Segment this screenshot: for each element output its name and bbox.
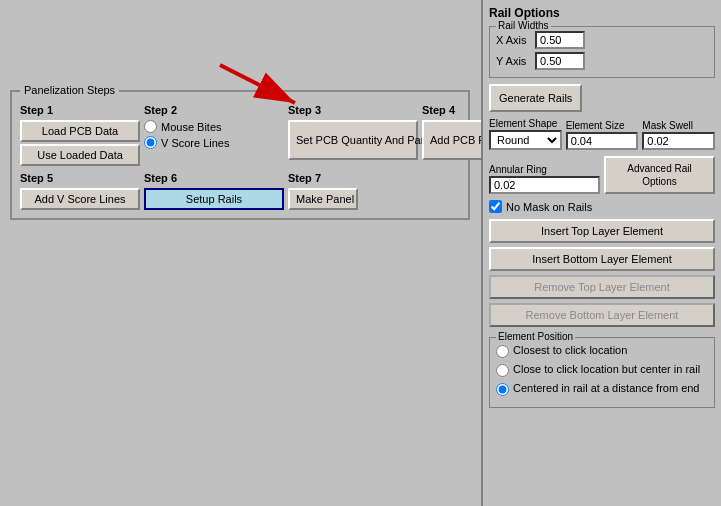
step2-label: Step 2 (144, 104, 284, 116)
set-pcb-quantity-button[interactable]: Set PCB Quantity And Panel Size (288, 120, 418, 160)
no-mask-row: No Mask on Rails (489, 200, 715, 213)
use-loaded-data-button[interactable]: Use Loaded Data (20, 144, 140, 166)
step2-radio-group: Mouse Bites V Score Lines (144, 120, 284, 149)
step6-col: Step 6 Setup Rails (144, 172, 284, 210)
pos-option-1: Closest to click location (496, 344, 708, 358)
advanced-rail-options-button[interactable]: Advanced Rail Options (604, 156, 715, 194)
pos-label-2: Close to click location but center in ra… (513, 363, 700, 375)
pos-label-1: Closest to click location (513, 344, 627, 356)
load-pcb-data-button[interactable]: Load PCB Data (20, 120, 140, 142)
annular-ring-label: Annular Ring (489, 164, 600, 175)
step6-label: Step 6 (144, 172, 284, 184)
mask-swell-col: Mask Swell (642, 120, 715, 150)
step1-col: Step 1 Load PCB Data Use Loaded Data (20, 104, 140, 166)
pos-label-3: Centered in rail at a distance from end (513, 382, 700, 394)
element-shape-label: Element Shape (489, 118, 562, 129)
y-axis-label: Y Axis (496, 55, 531, 67)
x-axis-row: X Axis (496, 31, 708, 49)
element-size-label: Element Size (566, 120, 639, 131)
remove-top-layer-button[interactable]: Remove Top Layer Element (489, 275, 715, 299)
make-panel-button[interactable]: Make Panel (288, 188, 358, 210)
step7-col: Step 7 Make Panel (288, 172, 358, 210)
pos-option-2: Close to click location but center in ra… (496, 363, 708, 377)
remove-bottom-layer-button[interactable]: Remove Bottom Layer Element (489, 303, 715, 327)
pos-radio-3[interactable] (496, 383, 509, 396)
v-score-lines-radio-item[interactable]: V Score Lines (144, 136, 284, 149)
pos-option-3: Centered in rail at a distance from end (496, 382, 708, 396)
rail-widths-title: Rail Widths (496, 20, 551, 31)
rail-options-panel: Rail Options Rail Widths X Axis Y Axis G… (481, 0, 721, 506)
step3-label: Step 3 (288, 104, 418, 116)
element-size-input[interactable] (566, 132, 639, 150)
rail-widths-group: Rail Widths X Axis Y Axis (489, 26, 715, 78)
step2-col: Step 2 Mouse Bites V Score Lines (144, 104, 284, 166)
element-shape-select[interactable]: Round Square (489, 130, 562, 150)
step7-label: Step 7 (288, 172, 358, 184)
x-axis-label: X Axis (496, 34, 531, 46)
step5-label: Step 5 (20, 172, 140, 184)
x-axis-input[interactable] (535, 31, 585, 49)
pos-radio-2[interactable] (496, 364, 509, 377)
no-mask-checkbox[interactable] (489, 200, 502, 213)
insert-top-layer-button[interactable]: Insert Top Layer Element (489, 219, 715, 243)
insert-bottom-layer-button[interactable]: Insert Bottom Layer Element (489, 247, 715, 271)
step3-col: Step 3 Set PCB Quantity And Panel Size (288, 104, 418, 166)
add-v-score-lines-button[interactable]: Add V Score Lines (20, 188, 140, 210)
y-axis-row: Y Axis (496, 52, 708, 70)
annular-ring-input[interactable] (489, 176, 600, 194)
annular-row: Annular Ring Advanced Rail Options (489, 156, 715, 194)
annular-ring-col: Annular Ring (489, 164, 600, 194)
mask-swell-input[interactable] (642, 132, 715, 150)
setup-rails-button[interactable]: Setup Rails (144, 188, 284, 210)
mouse-bites-radio-item[interactable]: Mouse Bites (144, 120, 284, 133)
generate-row: Generate Rails (489, 84, 715, 112)
v-score-lines-radio[interactable] (144, 136, 157, 149)
element-size-col: Element Size (566, 120, 639, 150)
element-shape-row: Element Shape Round Square Element Size … (489, 118, 715, 150)
y-axis-input[interactable] (535, 52, 585, 70)
advanced-rail-col: Advanced Rail Options (604, 156, 715, 194)
v-score-lines-label: V Score Lines (161, 137, 229, 149)
generate-rails-button[interactable]: Generate Rails (489, 84, 582, 112)
no-mask-label: No Mask on Rails (506, 201, 592, 213)
element-position-group: Element Position Closest to click locati… (489, 337, 715, 408)
mouse-bites-radio[interactable] (144, 120, 157, 133)
mouse-bites-label: Mouse Bites (161, 121, 222, 133)
rail-options-title: Rail Options (489, 6, 715, 20)
step5-col: Step 5 Add V Score Lines (20, 172, 140, 210)
step1-label: Step 1 (20, 104, 140, 116)
panelization-steps-panel: Panelization Steps Step 1 Load PCB Data … (10, 90, 470, 220)
element-shape-col: Element Shape Round Square (489, 118, 562, 150)
pos-radio-1[interactable] (496, 345, 509, 358)
left-panel-title: Panelization Steps (20, 84, 119, 96)
mask-swell-label: Mask Swell (642, 120, 715, 131)
element-position-title: Element Position (496, 331, 575, 342)
